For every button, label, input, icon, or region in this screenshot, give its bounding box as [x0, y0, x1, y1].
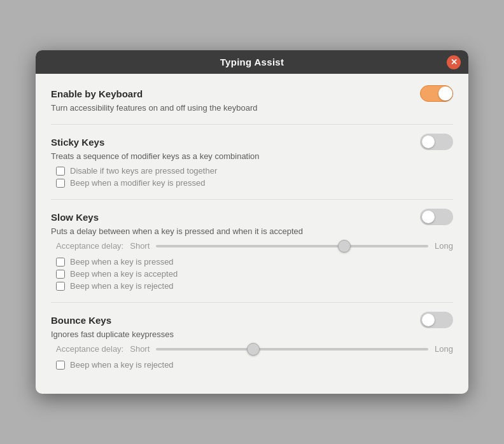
slow-beep-pressed-label: Beep when a key is pressed [70, 257, 174, 267]
slow-keys-desc: Puts a delay between when a key is press… [51, 226, 453, 236]
slow-keys-slider-label: Acceptance delay: [56, 241, 123, 251]
section-slow-keys: Slow Keys Puts a delay between when a ke… [51, 209, 453, 291]
bounce-keys-long-label: Long [435, 344, 453, 354]
slow-keys-checkbox-row-1: Beep when a key is accepted [51, 269, 453, 279]
slow-keys-long-label: Long [435, 241, 453, 251]
bounce-keys-slider-row: Acceptance delay: Short Long [51, 344, 453, 354]
bounce-keys-track [420, 312, 453, 328]
sticky-keys-toggle[interactable] [420, 134, 453, 150]
section-bounce-keys: Bounce Keys Ignores fast duplicate keypr… [51, 312, 453, 370]
enable-by-keyboard-title: Enable by Keyboard [51, 88, 143, 99]
bounce-keys-slider-label: Acceptance delay: [56, 344, 123, 354]
divider-2 [51, 199, 453, 200]
slow-beep-pressed-checkbox[interactable] [56, 258, 65, 267]
slow-keys-slider-input[interactable] [156, 245, 428, 247]
sticky-beep-checkbox[interactable] [56, 179, 65, 188]
sticky-disable-label: Disable if two keys are pressed together [70, 166, 217, 176]
slow-keys-slider-row: Acceptance delay: Short Long [51, 241, 453, 251]
slow-keys-thumb [422, 211, 435, 223]
slow-beep-accepted-checkbox[interactable] [56, 270, 65, 279]
sticky-keys-title: Sticky Keys [51, 137, 104, 148]
divider-1 [51, 124, 453, 125]
slow-keys-checkbox-row-0: Beep when a key is pressed [51, 257, 453, 267]
slow-keys-title: Slow Keys [51, 212, 99, 223]
sticky-keys-thumb [422, 135, 435, 148]
sticky-keys-checkbox-row-0: Disable if two keys are pressed together [51, 166, 453, 176]
section-sticky-keys: Sticky Keys Treats a sequence of modifie… [51, 134, 453, 188]
enable-by-keyboard-toggle[interactable] [420, 85, 453, 102]
section-enable-by-keyboard: Enable by Keyboard Turn accessibility fe… [51, 85, 453, 113]
slow-beep-rejected-label: Beep when a key is rejected [70, 281, 174, 291]
dialog-content: Enable by Keyboard Turn accessibility fe… [36, 74, 468, 394]
bounce-keys-body: Acceptance delay: Short Long Beep when a… [51, 344, 453, 370]
close-button[interactable]: ✕ [447, 55, 461, 69]
sticky-keys-header: Sticky Keys [51, 134, 453, 150]
title-bar: Typing Assist ✕ [36, 50, 468, 74]
divider-3 [51, 302, 453, 303]
bounce-keys-slider-input[interactable] [156, 348, 428, 350]
sticky-beep-label: Beep when a modifier key is pressed [70, 178, 205, 188]
sticky-keys-desc: Treats a sequence of modifier keys as a … [51, 151, 453, 161]
dialog-title: Typing Assist [220, 57, 284, 67]
slow-keys-checkbox-row-2: Beep when a key is rejected [51, 281, 453, 291]
enable-by-keyboard-thumb [438, 87, 452, 101]
sticky-disable-checkbox[interactable] [56, 167, 65, 176]
bounce-keys-toggle[interactable] [420, 312, 453, 328]
sticky-keys-body: Disable if two keys are pressed together… [51, 166, 453, 188]
bounce-beep-rejected-label: Beep when a key is rejected [70, 360, 174, 370]
slow-keys-header: Slow Keys [51, 209, 453, 225]
enable-by-keyboard-track [420, 85, 453, 102]
bounce-keys-thumb [422, 314, 435, 326]
slow-keys-track [420, 209, 453, 225]
slow-keys-body: Acceptance delay: Short Long Beep when a… [51, 241, 453, 291]
slow-keys-short-label: Short [130, 241, 150, 251]
bounce-keys-checkbox-row-0: Beep when a key is rejected [51, 360, 453, 370]
bounce-keys-short-label: Short [130, 344, 150, 354]
typing-assist-dialog: Typing Assist ✕ Enable by Keyboard Turn … [36, 50, 468, 394]
slow-beep-accepted-label: Beep when a key is accepted [70, 269, 178, 279]
slow-keys-toggle[interactable] [420, 209, 453, 225]
enable-by-keyboard-header: Enable by Keyboard [51, 85, 453, 102]
sticky-keys-track [420, 134, 453, 150]
bounce-keys-desc: Ignores fast duplicate keypresses [51, 330, 453, 339]
bounce-keys-header: Bounce Keys [51, 312, 453, 328]
bounce-keys-title: Bounce Keys [51, 315, 111, 326]
sticky-keys-checkbox-row-1: Beep when a modifier key is pressed [51, 178, 453, 188]
enable-by-keyboard-desc: Turn accessibility features on and off u… [51, 103, 453, 113]
slow-beep-rejected-checkbox[interactable] [56, 282, 65, 291]
bounce-beep-rejected-checkbox[interactable] [56, 361, 65, 370]
